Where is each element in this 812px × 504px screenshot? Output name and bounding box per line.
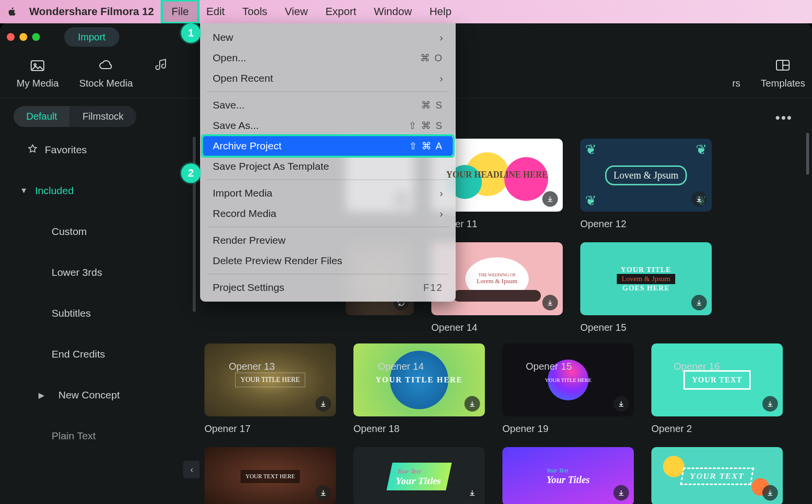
menubar-tools[interactable]: Tools xyxy=(234,0,276,23)
title-card-label: Opener 16 xyxy=(674,361,720,372)
download-icon[interactable] xyxy=(315,485,331,501)
music-note-icon xyxy=(153,57,171,73)
menu-import-media[interactable]: Import Media › xyxy=(200,183,456,203)
menu-render-preview[interactable]: Render Preview xyxy=(200,230,456,251)
menubar-file[interactable]: File xyxy=(163,0,197,23)
menu-record-media[interactable]: Record Media › xyxy=(200,203,456,224)
pill-default[interactable]: Default xyxy=(14,106,70,127)
tab-stickers-partial[interactable]: rs xyxy=(708,54,742,98)
pill-filmstock[interactable]: Filmstock xyxy=(70,106,136,127)
svg-point-1 xyxy=(34,64,36,66)
title-thumbnail: YOUR TEXT xyxy=(651,343,783,416)
menubar-help[interactable]: Help xyxy=(421,0,460,23)
more-options-icon[interactable]: ••• xyxy=(775,110,793,126)
tab-stock-media[interactable]: Stock Media xyxy=(77,54,135,98)
thumbnail-text: YOUR HEADLINE HERE xyxy=(446,170,548,180)
title-card-row4-0[interactable]: YOUR TEXT HERE xyxy=(204,447,336,504)
window-maximize-button[interactable] xyxy=(32,33,40,41)
sidebar-scrollbar[interactable] xyxy=(193,137,196,312)
star-icon xyxy=(27,144,38,157)
menu-archive-project[interactable]: Archive Project ⇧ ⌘ A xyxy=(203,136,453,156)
window-close-button[interactable] xyxy=(7,33,15,41)
menu-shortcut: ⇧ ⌘ S xyxy=(408,120,443,131)
download-icon[interactable] xyxy=(613,396,629,412)
download-icon[interactable] xyxy=(762,396,778,412)
menubar-view[interactable]: View xyxy=(276,0,316,23)
sidebar-item-lower-3rds[interactable]: Lower 3rds xyxy=(14,259,200,286)
tab-my-media[interactable]: My Media xyxy=(15,54,61,98)
import-button[interactable]: Import xyxy=(64,27,119,47)
menubar-app-name[interactable]: Wondershare Filmora 12 xyxy=(27,0,163,23)
menu-save-as[interactable]: Save As... ⇧ ⌘ S xyxy=(200,115,456,136)
chevron-right-icon: › xyxy=(440,73,443,84)
thumbnail-text: YOUR TITLE HERE xyxy=(235,373,305,387)
thumbnail-text: YOUR TITLE HERE xyxy=(375,376,462,384)
window-traffic-lights xyxy=(7,33,40,41)
title-card-opener-12[interactable]: ❦❦❦❦ Lovem & Jpsum Opener 12 xyxy=(580,139,712,230)
download-icon[interactable] xyxy=(613,485,629,501)
title-thumbnail: YOUR TITLE HERE xyxy=(353,343,485,416)
menu-open-recent[interactable]: Open Recent › xyxy=(200,68,456,89)
title-card-opener-19[interactable]: YOUR TEXT Opener 2 xyxy=(651,343,783,434)
callout-step-1: 1 xyxy=(181,23,201,43)
title-card-row4-1[interactable]: Your TextYour Titles xyxy=(353,447,485,504)
menu-shortcut: ⌘ S xyxy=(421,99,443,111)
cloud-icon xyxy=(97,57,115,73)
image-stack-icon xyxy=(29,57,46,73)
menu-project-settings[interactable]: Project Settings F12 xyxy=(200,277,456,298)
tab-stock-media-label: Stock Media xyxy=(79,78,133,89)
sidebar-item-end-credits[interactable]: End Credits xyxy=(14,341,200,367)
download-icon[interactable] xyxy=(315,396,331,412)
download-icon[interactable] xyxy=(691,191,707,207)
menu-save[interactable]: Save... ⌘ S xyxy=(200,95,456,115)
chevron-right-icon: › xyxy=(440,208,443,219)
grid-scrollbar[interactable] xyxy=(806,133,809,175)
menubar-edit[interactable]: Edit xyxy=(198,0,234,23)
menu-delete-preview-render[interactable]: Delete Preview Render Files xyxy=(200,251,456,271)
title-card-opener-18[interactable]: YOUR TITLE HERE Opener 19 xyxy=(502,343,634,434)
download-icon[interactable] xyxy=(762,485,778,501)
title-thumbnail: Your TextYour Titles xyxy=(502,447,634,504)
title-card-row4-3[interactable]: YOUR TEXT xyxy=(651,447,783,504)
apple-icon[interactable] xyxy=(7,6,18,17)
download-icon[interactable] xyxy=(542,295,558,310)
sidebar-group-label: Included xyxy=(35,185,74,197)
thumbnail-text: YOUR TEXT HERE xyxy=(240,470,300,483)
title-card-label: Opener 12 xyxy=(580,218,712,230)
thumbnail-text: Lovem & Jpsum xyxy=(617,274,675,284)
menubar-window[interactable]: Window xyxy=(365,0,421,23)
window-minimize-button[interactable] xyxy=(19,33,27,41)
download-icon[interactable] xyxy=(464,485,480,501)
menu-shortcut: ⌘ O xyxy=(420,52,443,64)
thumbnail-text: Your Text xyxy=(397,468,422,475)
menu-item-label: Archive Project xyxy=(213,140,281,152)
title-thumbnail: YOUR TITLE HERE xyxy=(502,343,634,416)
menu-save-as-template[interactable]: Save Project As Template xyxy=(200,156,456,177)
tab-stickers-suffix: rs xyxy=(732,78,740,89)
title-card-opener-13b[interactable]: YOUR TITLE HERE Opener 17 xyxy=(204,343,336,434)
sidebar-item-plain-text[interactable]: Plain Text xyxy=(14,423,200,449)
menu-item-label: Import Media xyxy=(213,187,273,199)
tab-audio[interactable]: Audio xyxy=(151,54,185,98)
sidebar-group-included[interactable]: ▼ Included xyxy=(14,178,200,204)
thumbnail-text: YOUR TEXT xyxy=(680,468,755,485)
download-icon[interactable] xyxy=(542,191,558,207)
tab-my-media-label: My Media xyxy=(17,78,59,89)
menubar-file-label: File xyxy=(171,5,188,18)
sidebar: Favorites ▼ Included Custom Lower 3rds S… xyxy=(0,131,200,504)
sidebar-item-custom[interactable]: Custom xyxy=(14,218,200,245)
menu-shortcut: ⇧ ⌘ A xyxy=(409,140,443,152)
menu-new[interactable]: New › xyxy=(200,27,456,48)
sidebar-item-new-concept[interactable]: ▶ New Concept xyxy=(14,382,200,408)
sidebar-item-subtitles[interactable]: Subtitles xyxy=(14,300,200,326)
title-card-opener-17[interactable]: YOUR TITLE HERE Opener 18 xyxy=(353,343,485,434)
thumbnail-text: Your Titles xyxy=(394,475,443,486)
sidebar-collapse-button[interactable]: ‹ xyxy=(183,461,200,478)
sidebar-favorites[interactable]: Favorites xyxy=(14,137,200,163)
menu-open[interactable]: Open... ⌘ O xyxy=(200,48,456,68)
download-icon[interactable] xyxy=(691,295,707,310)
download-icon[interactable] xyxy=(464,396,480,412)
menubar-export[interactable]: Export xyxy=(316,0,365,23)
title-card-row4-2[interactable]: Your TextYour Titles xyxy=(502,447,634,504)
tab-templates[interactable]: Templates xyxy=(759,54,807,98)
